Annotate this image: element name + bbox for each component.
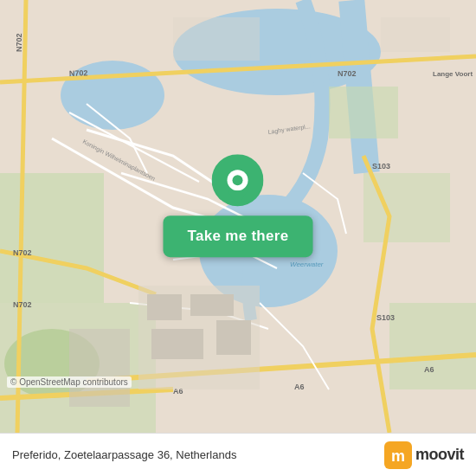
svg-rect-30 [69,329,130,407]
svg-text:S103: S103 [372,162,390,170]
map-container: N702 N702 N702 N702 S103 S103 N702 Lange… [0,0,476,433]
svg-text:Weerwater: Weerwater [290,261,324,268]
svg-text:N702: N702 [13,300,32,309]
svg-rect-28 [151,329,203,359]
svg-rect-32 [381,17,450,52]
address-text: Preferido, Zoetelaarpassage 36, Netherla… [12,448,384,461]
moovit-icon-svg: m [384,441,412,469]
svg-text:N702: N702 [13,248,32,257]
moovit-logo: m moovit [384,441,464,469]
button-overlay: Take me there [164,155,313,257]
svg-text:A6: A6 [294,383,305,391]
svg-rect-5 [0,173,104,303]
svg-rect-26 [147,294,182,320]
svg-text:N702: N702 [69,68,88,78]
moovit-label: moovit [415,446,464,464]
svg-text:A6: A6 [424,365,434,374]
svg-rect-10 [389,303,476,389]
svg-rect-27 [190,294,234,316]
svg-text:S103: S103 [376,313,395,322]
take-me-there-button[interactable]: Take me there [164,215,313,257]
svg-rect-8 [329,87,398,138]
svg-text:N702: N702 [15,33,23,52]
svg-text:N702: N702 [338,69,357,78]
location-pin [208,155,268,215]
svg-text:Lange Voort: Lange Voort [433,70,473,78]
bottom-bar: Preferido, Zoetelaarpassage 36, Netherla… [0,433,476,476]
svg-point-35 [233,175,243,185]
svg-rect-29 [216,320,251,355]
svg-rect-31 [173,17,260,61]
svg-text:m: m [391,447,405,465]
osm-credit: © OpenStreetMap contributors [7,376,132,388]
